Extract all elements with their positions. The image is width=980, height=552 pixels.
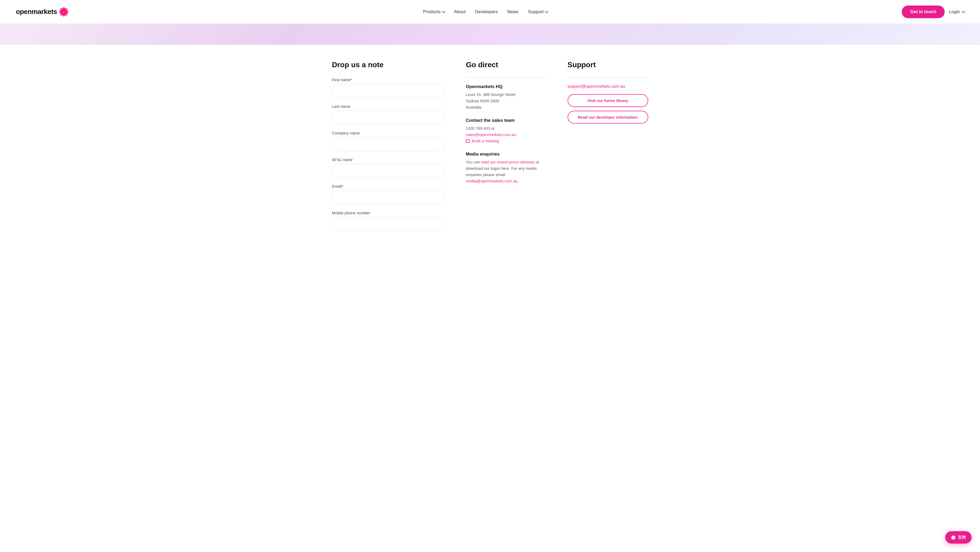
- logo[interactable]: openmarkets: [16, 7, 68, 17]
- site-header: openmarkets Products About Developers Ne…: [0, 0, 980, 24]
- calendar-icon: [466, 139, 469, 143]
- last-name-input[interactable]: [332, 111, 445, 124]
- first-name-label: First name*: [332, 78, 445, 82]
- sales-email-link[interactable]: sales@openmarkets.com.au.: [466, 132, 517, 137]
- support-email-line: support@openmarkets.com.au: [568, 84, 648, 89]
- company-name-label: Company name: [332, 131, 445, 135]
- svg-point-8: [62, 10, 65, 13]
- chevron-down-icon: [962, 9, 965, 13]
- hero-gradient-bar: [0, 24, 980, 45]
- forms-library-button[interactable]: Visit our forms library: [568, 94, 648, 107]
- media-email-link[interactable]: media@openmarkets.com.au.: [466, 179, 519, 183]
- main-content: Drop us a note First name* Last name Com…: [316, 45, 664, 258]
- media-text: You can read our recent press releases o…: [466, 159, 547, 184]
- media-title: Media enquiries: [466, 152, 547, 157]
- press-releases-link[interactable]: read our recent press releases: [481, 160, 535, 164]
- sales-email-line: sales@openmarkets.com.au.: [466, 132, 547, 138]
- hq-block: Openmarkets HQ Level 15, 388 George Stre…: [466, 84, 547, 110]
- main-nav: Products About Developers News Support: [423, 9, 547, 14]
- chevron-down-icon: [442, 9, 445, 13]
- first-name-input[interactable]: [332, 84, 445, 98]
- developer-info-button[interactable]: Read our developer information: [568, 111, 648, 124]
- go-direct-title: Go direct: [466, 61, 547, 69]
- afsl-name-group: AFSL name: [332, 157, 445, 178]
- logo-flower-icon: [59, 7, 68, 17]
- nav-products[interactable]: Products: [423, 9, 444, 14]
- login-button[interactable]: Login: [949, 9, 964, 14]
- email-input[interactable]: [332, 191, 445, 204]
- hq-address-line1: Level 15, 388 George Street: [466, 91, 547, 98]
- header-actions: Get in touch Login: [902, 6, 964, 18]
- mobile-phone-input[interactable]: [332, 217, 445, 231]
- hq-address-line2: Sydney NSW 2000: [466, 98, 547, 104]
- last-name-label: Last name: [332, 104, 445, 108]
- contact-form-section: Drop us a note First name* Last name Com…: [332, 61, 445, 237]
- mobile-phone-group: Mobile phone number: [332, 211, 445, 231]
- media-block: Media enquiries You can read our recent …: [466, 152, 547, 184]
- logo-text: openmarkets: [16, 8, 57, 16]
- sales-phone: 1300 769 433 or: [466, 125, 547, 132]
- company-name-group: Company name: [332, 131, 445, 151]
- chevron-down-icon: [545, 9, 548, 13]
- nav-support[interactable]: Support: [528, 9, 547, 14]
- nav-about[interactable]: About: [454, 9, 466, 14]
- hq-address-line3: Australia: [466, 104, 547, 110]
- hq-title: Openmarkets HQ: [466, 84, 547, 89]
- last-name-group: Last name: [332, 104, 445, 124]
- company-name-input[interactable]: [332, 137, 445, 151]
- email-label: Email*: [332, 184, 445, 188]
- go-direct-section: Go direct Openmarkets HQ Level 15, 388 G…: [466, 61, 547, 237]
- media-text-before: You can: [466, 160, 480, 164]
- form-section-title: Drop us a note: [332, 61, 445, 69]
- sales-title: Contact the sales team: [466, 118, 547, 123]
- support-email-link[interactable]: support@openmarkets.com.au: [568, 84, 625, 89]
- book-meeting-link[interactable]: Book a meeting: [472, 139, 499, 143]
- nav-developers[interactable]: Developers: [475, 9, 498, 14]
- sales-block: Contact the sales team 1300 769 433 or s…: [466, 118, 547, 144]
- first-name-group: First name*: [332, 78, 445, 98]
- support-section: Support support@openmarkets.com.au Visit…: [568, 61, 648, 237]
- mobile-phone-label: Mobile phone number: [332, 211, 445, 215]
- afsl-name-label: AFSL name: [332, 157, 445, 162]
- afsl-name-input[interactable]: [332, 164, 445, 178]
- get-in-touch-button[interactable]: Get in touch: [902, 6, 945, 18]
- nav-news[interactable]: News: [507, 9, 519, 14]
- email-group: Email*: [332, 184, 445, 204]
- sales-booking-line: Book a meeting: [466, 138, 547, 144]
- support-title: Support: [568, 61, 648, 69]
